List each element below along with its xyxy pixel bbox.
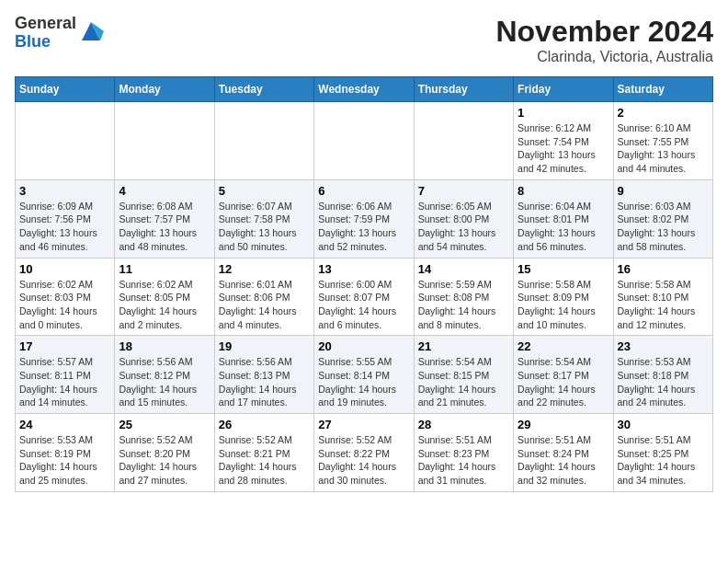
day-info: Sunrise: 5:56 AM Sunset: 8:13 PM Dayligh…: [219, 355, 310, 409]
logo-general: General: [15, 14, 76, 32]
calendar-cell: 8Sunrise: 6:04 AM Sunset: 8:01 PM Daylig…: [514, 179, 613, 258]
day-number: 28: [418, 418, 509, 431]
day-info: Sunrise: 5:51 AM Sunset: 8:25 PM Dayligh…: [618, 433, 709, 488]
day-info: Sunrise: 5:59 AM Sunset: 8:08 PM Dayligh…: [418, 278, 509, 332]
day-info: Sunrise: 5:51 AM Sunset: 8:23 PM Dayligh…: [418, 433, 509, 488]
day-number: 10: [19, 262, 110, 276]
calendar-week-row: 24Sunrise: 5:53 AM Sunset: 8:19 PM Dayli…: [16, 414, 713, 492]
day-number: 12: [219, 262, 310, 276]
day-info: Sunrise: 6:02 AM Sunset: 8:05 PM Dayligh…: [119, 278, 210, 332]
calendar-cell: 29Sunrise: 5:51 AM Sunset: 8:24 PM Dayli…: [514, 414, 613, 492]
calendar-cell: 23Sunrise: 5:53 AM Sunset: 8:18 PM Dayli…: [613, 336, 712, 414]
calendar-cell: 7Sunrise: 6:05 AM Sunset: 8:00 PM Daylig…: [414, 179, 513, 258]
calendar-cell: [314, 102, 414, 180]
calendar-cell: 3Sunrise: 6:09 AM Sunset: 7:56 PM Daylig…: [16, 179, 115, 258]
day-info: Sunrise: 6:06 AM Sunset: 7:59 PM Dayligh…: [318, 200, 409, 254]
day-number: 27: [318, 418, 409, 431]
day-info: Sunrise: 6:03 AM Sunset: 8:02 PM Dayligh…: [618, 200, 709, 254]
calendar-cell: 14Sunrise: 5:59 AM Sunset: 8:08 PM Dayli…: [414, 258, 513, 336]
day-number: 26: [219, 418, 310, 431]
logo-icon: [78, 18, 104, 44]
day-number: 19: [219, 339, 310, 353]
calendar-cell: 15Sunrise: 5:58 AM Sunset: 8:09 PM Dayli…: [514, 258, 613, 336]
calendar-week-row: 1Sunrise: 6:12 AM Sunset: 7:54 PM Daylig…: [16, 102, 713, 180]
day-number: 5: [219, 184, 310, 198]
calendar-title: November 2024: [495, 15, 713, 49]
calendar-week-row: 3Sunrise: 6:09 AM Sunset: 7:56 PM Daylig…: [16, 179, 713, 258]
day-number: 8: [518, 184, 609, 198]
day-info: Sunrise: 6:12 AM Sunset: 7:54 PM Dayligh…: [518, 121, 609, 176]
day-info: Sunrise: 5:57 AM Sunset: 8:11 PM Dayligh…: [19, 355, 110, 409]
logo: General Blue: [15, 15, 104, 52]
calendar-cell: 16Sunrise: 5:58 AM Sunset: 8:10 PM Dayli…: [613, 258, 712, 336]
day-number: 29: [518, 418, 609, 431]
day-info: Sunrise: 5:58 AM Sunset: 8:09 PM Dayligh…: [518, 278, 609, 332]
day-of-week-header: Sunday: [16, 77, 115, 102]
day-of-week-header: Tuesday: [214, 77, 313, 102]
day-number: 13: [318, 262, 409, 276]
day-of-week-header: Saturday: [613, 77, 712, 102]
calendar-cell: 24Sunrise: 5:53 AM Sunset: 8:19 PM Dayli…: [16, 414, 115, 492]
calendar-cell: 28Sunrise: 5:51 AM Sunset: 8:23 PM Dayli…: [414, 414, 513, 492]
day-number: 16: [618, 262, 709, 276]
day-number: 21: [418, 339, 509, 353]
day-of-week-header: Wednesday: [314, 77, 414, 102]
calendar-week-row: 10Sunrise: 6:02 AM Sunset: 8:03 PM Dayli…: [16, 258, 713, 336]
day-info: Sunrise: 6:01 AM Sunset: 8:06 PM Dayligh…: [219, 278, 310, 332]
calendar-cell: 17Sunrise: 5:57 AM Sunset: 8:11 PM Dayli…: [16, 336, 115, 414]
calendar-cell: [214, 102, 313, 180]
day-number: 20: [318, 339, 409, 353]
calendar-cell: 19Sunrise: 5:56 AM Sunset: 8:13 PM Dayli…: [214, 336, 313, 414]
day-of-week-header: Monday: [115, 77, 214, 102]
day-number: 18: [119, 339, 210, 353]
calendar-cell: 1Sunrise: 6:12 AM Sunset: 7:54 PM Daylig…: [514, 102, 613, 180]
calendar-cell: 27Sunrise: 5:52 AM Sunset: 8:22 PM Dayli…: [314, 414, 414, 492]
calendar-cell: [115, 102, 214, 180]
day-info: Sunrise: 5:53 AM Sunset: 8:18 PM Dayligh…: [618, 355, 709, 409]
day-info: Sunrise: 6:10 AM Sunset: 7:55 PM Dayligh…: [618, 121, 709, 176]
day-info: Sunrise: 6:05 AM Sunset: 8:00 PM Dayligh…: [418, 200, 509, 254]
logo-blue: Blue: [15, 32, 51, 51]
calendar-cell: 11Sunrise: 6:02 AM Sunset: 8:05 PM Dayli…: [115, 258, 214, 336]
day-info: Sunrise: 5:52 AM Sunset: 8:20 PM Dayligh…: [119, 433, 210, 488]
calendar-table: SundayMondayTuesdayWednesdayThursdayFrid…: [15, 76, 713, 492]
day-info: Sunrise: 5:54 AM Sunset: 8:15 PM Dayligh…: [418, 355, 509, 409]
day-number: 24: [19, 418, 110, 431]
day-info: Sunrise: 6:09 AM Sunset: 7:56 PM Dayligh…: [19, 200, 110, 254]
day-info: Sunrise: 5:53 AM Sunset: 8:19 PM Dayligh…: [19, 433, 110, 488]
calendar-header: SundayMondayTuesdayWednesdayThursdayFrid…: [16, 77, 713, 102]
day-number: 15: [518, 262, 609, 276]
day-info: Sunrise: 5:55 AM Sunset: 8:14 PM Dayligh…: [318, 355, 409, 409]
day-info: Sunrise: 5:52 AM Sunset: 8:21 PM Dayligh…: [219, 433, 310, 488]
calendar-cell: 5Sunrise: 6:07 AM Sunset: 7:58 PM Daylig…: [214, 179, 313, 258]
calendar-cell: 4Sunrise: 6:08 AM Sunset: 7:57 PM Daylig…: [115, 179, 214, 258]
calendar-cell: 21Sunrise: 5:54 AM Sunset: 8:15 PM Dayli…: [414, 336, 513, 414]
calendar-subtitle: Clarinda, Victoria, Australia: [495, 49, 713, 65]
header: General Blue November 2024 Clarinda, Vic…: [15, 15, 713, 65]
day-number: 22: [518, 339, 609, 353]
calendar-cell: 12Sunrise: 6:01 AM Sunset: 8:06 PM Dayli…: [214, 258, 313, 336]
day-info: Sunrise: 5:58 AM Sunset: 8:10 PM Dayligh…: [618, 278, 709, 332]
day-info: Sunrise: 6:00 AM Sunset: 8:07 PM Dayligh…: [318, 278, 409, 332]
day-number: 25: [119, 418, 210, 431]
day-number: 3: [19, 184, 110, 198]
title-area: November 2024 Clarinda, Victoria, Austra…: [495, 15, 713, 65]
day-of-week-header: Thursday: [414, 77, 513, 102]
calendar-cell: 25Sunrise: 5:52 AM Sunset: 8:20 PM Dayli…: [115, 414, 214, 492]
day-info: Sunrise: 6:08 AM Sunset: 7:57 PM Dayligh…: [119, 200, 210, 254]
calendar-body: 1Sunrise: 6:12 AM Sunset: 7:54 PM Daylig…: [16, 102, 713, 492]
day-number: 7: [418, 184, 509, 198]
day-info: Sunrise: 5:51 AM Sunset: 8:24 PM Dayligh…: [518, 433, 609, 488]
day-info: Sunrise: 6:07 AM Sunset: 7:58 PM Dayligh…: [219, 200, 310, 254]
calendar-cell: 20Sunrise: 5:55 AM Sunset: 8:14 PM Dayli…: [314, 336, 414, 414]
calendar-week-row: 17Sunrise: 5:57 AM Sunset: 8:11 PM Dayli…: [16, 336, 713, 414]
day-number: 14: [418, 262, 509, 276]
day-info: Sunrise: 5:56 AM Sunset: 8:12 PM Dayligh…: [119, 355, 210, 409]
calendar-cell: 18Sunrise: 5:56 AM Sunset: 8:12 PM Dayli…: [115, 336, 214, 414]
day-number: 6: [318, 184, 409, 198]
day-number: 1: [518, 106, 609, 120]
day-number: 2: [618, 106, 709, 120]
calendar-cell: 30Sunrise: 5:51 AM Sunset: 8:25 PM Dayli…: [613, 414, 712, 492]
day-of-week-header: Friday: [514, 77, 613, 102]
day-info: Sunrise: 5:54 AM Sunset: 8:17 PM Dayligh…: [518, 355, 609, 409]
